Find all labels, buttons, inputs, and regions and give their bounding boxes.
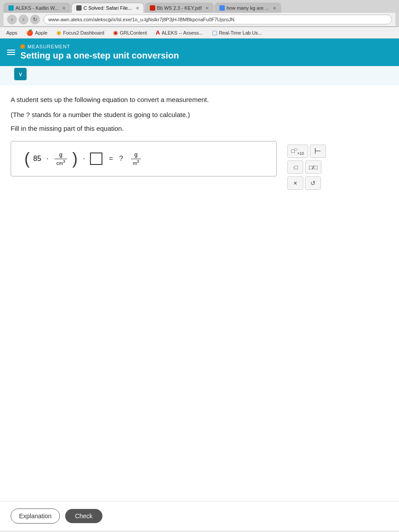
bookmark-apps[interactable]: Apps	[4, 29, 19, 36]
equation-content: ( 85 · g cm3 ) · =	[24, 151, 143, 167]
browser-chrome: ALEKS - Kaitlin W... ✕ C Solved: Safari …	[0, 0, 399, 27]
result-fraction-line	[131, 159, 141, 159]
tab-close-google[interactable]: ✕	[273, 6, 276, 11]
power10-button[interactable]: □□×10	[287, 145, 308, 158]
aleks-bm-label: ALEKS -- Assess...	[162, 30, 203, 35]
fraction-numerator: g	[57, 152, 64, 158]
fraction-symbol: □/□	[309, 164, 317, 171]
realtime-label: Real-Time Lab Us...	[219, 30, 262, 35]
page-wrapper: MEASUREMENT Setting up a one-step unit c…	[0, 39, 399, 531]
tab-bb[interactable]: Bb WS 2.3 - KEY.pdf ✕	[145, 3, 214, 13]
back-button[interactable]: ‹	[7, 15, 17, 24]
result-numerator: g	[133, 152, 139, 158]
realtime-icon: ▢	[212, 29, 217, 36]
result-denominator: m3	[131, 160, 141, 166]
bottom-bar: Explanation Check	[0, 501, 399, 531]
equation-container: ( 85 · g cm3 ) · =	[11, 141, 388, 193]
aleks-header-content: MEASUREMENT Setting up a one-step unit c…	[20, 44, 179, 61]
orange-dot-icon	[20, 44, 25, 49]
page-content: MEASUREMENT Setting up a one-step unit c…	[0, 39, 399, 531]
apps-label: Apps	[6, 30, 17, 35]
symbol-toolbar: □□×10 ⊢ ·□ □/□	[284, 141, 329, 193]
bookmark-grl[interactable]: ◉ GRLContent	[111, 28, 149, 37]
collapse-row: ∨	[0, 66, 399, 86]
symbol-row-2: ·□ □/□	[287, 160, 326, 174]
equation-box: ( 85 · g cm3 ) · =	[11, 141, 277, 176]
fraction-denominator: cm3	[55, 160, 67, 166]
left-paren: (	[24, 151, 30, 167]
focus2-label: Focus2 Dashboard	[63, 30, 104, 35]
equals-sign: =	[109, 155, 113, 163]
aleks-bm-icon: A	[156, 29, 160, 36]
focus2-icon: ◉	[56, 29, 61, 36]
bookmark-focus2[interactable]: ◉ Focus2 Dashboard	[55, 28, 106, 37]
dot-separator: ·	[47, 155, 48, 163]
hamburger-line-3	[7, 54, 15, 55]
tab-favicon-google	[219, 5, 225, 11]
problem-line2: (The ? stands for a number the student i…	[11, 110, 388, 120]
fraction-button[interactable]: □/□	[305, 160, 321, 174]
multiply-box-label: ·□	[293, 164, 297, 171]
problem-area: A student sets up the following equation…	[0, 86, 399, 202]
forward-button[interactable]: ›	[19, 15, 28, 24]
check-button[interactable]: Check	[65, 509, 102, 523]
problem-line3: Fill in the missing part of this equatio…	[11, 125, 388, 132]
bookmark-realtime[interactable]: ▢ Real-Time Lab Us...	[210, 28, 264, 37]
hamburger-line-2	[7, 52, 15, 53]
unknown-button-1[interactable]: ⊢	[310, 145, 326, 158]
tab-label-solved: C Solved: Safari File...	[83, 5, 132, 11]
address-bar-row: ‹ › ↻	[4, 13, 395, 27]
apple-label: Apple	[35, 30, 47, 35]
x-label: ×	[293, 180, 297, 187]
bookmark-aleks[interactable]: A ALEKS -- Assess...	[154, 28, 204, 37]
tab-solved[interactable]: C Solved: Safari File... ✕	[71, 3, 144, 13]
explanation-button[interactable]: Explanation	[11, 509, 60, 524]
tab-label-bb: Bb WS 2.3 - KEY.pdf	[157, 5, 202, 11]
tab-favicon-aleks	[8, 5, 14, 11]
tab-close-aleks[interactable]: ✕	[62, 6, 66, 11]
section-label: MEASUREMENT	[20, 44, 179, 49]
tab-close-solved[interactable]: ✕	[136, 6, 139, 11]
chevron-down-icon: ∨	[18, 70, 23, 78]
x-button[interactable]: ×	[287, 176, 303, 190]
power10-label: □□×10	[291, 147, 304, 156]
section-text: MEASUREMENT	[27, 44, 70, 49]
symbol-row-3: × ↺	[287, 176, 326, 190]
unknown-symbol-1: ⊢	[314, 146, 321, 156]
apple-icon: 🍎	[26, 29, 33, 36]
grl-label: GRLContent	[120, 30, 147, 35]
undo-button[interactable]: ↺	[305, 176, 321, 190]
bookmark-apple[interactable]: 🍎 Apple	[24, 28, 49, 37]
problem-line1: A student sets up the following equation…	[11, 94, 388, 105]
tab-label-google: how many kg are ...	[227, 5, 269, 11]
nav-buttons: ‹ › ↻	[7, 15, 40, 24]
question-mark: ?	[119, 155, 123, 163]
tab-label-aleks: ALEKS - Kaitlin W...	[16, 5, 59, 11]
bookmarks-bar: Apps 🍎 Apple ◉ Focus2 Dashboard ◉ GRLCon…	[0, 27, 399, 39]
tab-close-bb[interactable]: ✕	[205, 6, 209, 11]
grl-icon: ◉	[113, 29, 118, 36]
hamburger-menu[interactable]	[7, 50, 15, 55]
result-fraction: g m3	[131, 152, 141, 165]
value-85: 85	[33, 155, 41, 163]
address-input[interactable]	[43, 15, 392, 24]
hamburger-line-1	[7, 50, 15, 51]
refresh-button[interactable]: ↻	[30, 15, 40, 24]
fraction-g-cm3: g cm3	[55, 152, 67, 165]
undo-icon: ↺	[310, 180, 316, 187]
multiply-dot: ·	[83, 155, 85, 163]
aleks-header: MEASUREMENT Setting up a one-step unit c…	[0, 39, 399, 66]
tab-bar: ALEKS - Kaitlin W... ✕ C Solved: Safari …	[4, 3, 395, 13]
collapse-button[interactable]: ∨	[14, 68, 27, 80]
problem-title: Setting up a one-step unit conversion	[20, 51, 179, 61]
tab-google[interactable]: how many kg are ... ✕	[215, 3, 281, 13]
answer-input-box[interactable]	[90, 153, 102, 165]
tab-aleks[interactable]: ALEKS - Kaitlin W... ✕	[4, 3, 70, 13]
tab-favicon-solved	[76, 5, 82, 11]
multiply-box-button[interactable]: ·□	[287, 160, 303, 174]
tab-favicon-bb	[150, 5, 155, 11]
right-paren: )	[72, 151, 78, 167]
symbol-row-1: □□×10 ⊢	[287, 145, 326, 158]
